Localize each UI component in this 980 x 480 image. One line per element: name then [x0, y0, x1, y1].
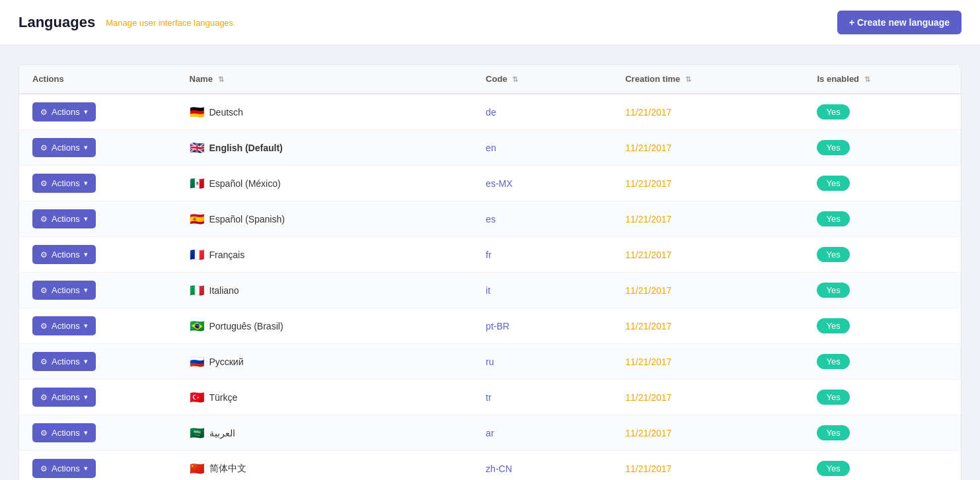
actions-cell: ⚙Actions▾ — [19, 273, 176, 308]
name-cell: 🇸🇦العربية — [176, 415, 473, 451]
main-content: Actions Name ⇅ Code ⇅ Creation time ⇅ — [0, 46, 980, 480]
chevron-down-icon: ▾ — [84, 464, 88, 473]
chevron-down-icon: ▾ — [84, 143, 88, 152]
page-header: Languages Manage user interface language… — [0, 0, 980, 46]
language-name: Español (México) — [209, 178, 281, 189]
col-header-enabled[interactable]: Is enabled ⇅ — [804, 65, 961, 94]
actions-cell: ⚙Actions▾ — [19, 451, 176, 481]
creation-time-cell: 11/21/2017 — [612, 415, 804, 451]
language-name: 简体中文 — [209, 463, 246, 475]
name-cell: 🇨🇳简体中文 — [176, 451, 473, 481]
actions-button[interactable]: ⚙Actions▾ — [32, 174, 96, 193]
enabled-cell: Yes — [804, 344, 961, 380]
creation-date: 11/21/2017 — [625, 285, 671, 296]
actions-button[interactable]: ⚙Actions▾ — [32, 245, 96, 264]
table-row: ⚙Actions▾🇧🇷Português (Brasil)pt-BR11/21/… — [19, 308, 961, 344]
enabled-badge: Yes — [817, 211, 849, 226]
languages-table-container: Actions Name ⇅ Code ⇅ Creation time ⇅ — [19, 64, 961, 480]
chevron-down-icon: ▾ — [84, 357, 88, 366]
enabled-cell: Yes — [804, 308, 961, 344]
code-cell: it — [472, 273, 612, 308]
actions-button[interactable]: ⚙Actions▾ — [32, 316, 96, 335]
enabled-badge: Yes — [817, 104, 849, 120]
enabled-cell: Yes — [804, 130, 961, 166]
enabled-badge: Yes — [817, 425, 849, 440]
language-name: Русский — [209, 357, 244, 367]
flag-icon: 🇮🇹 — [190, 283, 204, 298]
actions-cell: ⚙Actions▾ — [19, 237, 176, 273]
actions-button[interactable]: ⚙Actions▾ — [32, 423, 96, 442]
actions-button[interactable]: ⚙Actions▾ — [32, 102, 96, 121]
language-code: ar — [486, 428, 494, 438]
actions-cell: ⚙Actions▾ — [19, 166, 176, 201]
creation-time-cell: 11/21/2017 — [612, 130, 804, 166]
flag-icon: 🇷🇺 — [190, 355, 204, 369]
creation-time-cell: 11/21/2017 — [612, 380, 804, 415]
language-name: Français — [209, 250, 245, 260]
flag-icon: 🇪🇸 — [190, 212, 204, 226]
language-code: de — [486, 107, 496, 118]
gear-icon: ⚙ — [40, 143, 48, 153]
table-row: ⚙Actions▾🇮🇹Italianoit11/21/2017Yes — [19, 273, 961, 308]
gear-icon: ⚙ — [40, 108, 48, 117]
creation-time-cell: 11/21/2017 — [612, 166, 804, 201]
language-code: it — [486, 285, 490, 296]
create-language-button[interactable]: + Create new language — [837, 11, 961, 34]
actions-button[interactable]: ⚙Actions▾ — [32, 138, 96, 157]
gear-icon: ⚙ — [40, 179, 48, 188]
actions-button[interactable]: ⚙Actions▾ — [32, 352, 96, 371]
language-code: pt-BR — [486, 321, 509, 331]
flag-icon: 🇨🇳 — [190, 462, 204, 476]
name-sort-icon: ⇅ — [218, 75, 224, 84]
col-header-code[interactable]: Code ⇅ — [472, 65, 612, 94]
table-body: ⚙Actions▾🇩🇪Deutschde11/21/2017Yes⚙Action… — [19, 94, 961, 480]
name-cell: 🇮🇹Italiano — [176, 273, 473, 308]
actions-button[interactable]: ⚙Actions▾ — [32, 388, 96, 407]
table-row: ⚙Actions▾🇸🇦العربيةar11/21/2017Yes — [19, 415, 961, 451]
code-cell: ar — [472, 415, 612, 451]
language-code: es — [486, 214, 496, 224]
table-row: ⚙Actions▾🇪🇸Español (Spanish)es11/21/2017… — [19, 201, 961, 237]
language-name: Español (Spanish) — [209, 214, 285, 224]
enabled-cell: Yes — [804, 237, 961, 273]
gear-icon: ⚙ — [40, 393, 48, 402]
enabled-cell: Yes — [804, 94, 961, 130]
enabled-badge: Yes — [817, 461, 849, 476]
table-row: ⚙Actions▾🇨🇳简体中文zh-CN11/21/2017Yes — [19, 451, 961, 481]
enabled-badge: Yes — [817, 354, 849, 369]
col-header-creation[interactable]: Creation time ⇅ — [612, 65, 804, 94]
chevron-down-icon: ▾ — [84, 179, 88, 188]
actions-button[interactable]: ⚙Actions▾ — [32, 281, 96, 300]
code-cell: ru — [472, 344, 612, 380]
gear-icon: ⚙ — [40, 286, 48, 295]
creation-time-cell: 11/21/2017 — [612, 94, 804, 130]
enabled-badge: Yes — [817, 140, 849, 155]
language-name: Deutsch — [209, 107, 243, 118]
actions-cell: ⚙Actions▾ — [19, 130, 176, 166]
chevron-down-icon: ▾ — [84, 393, 88, 401]
flag-icon: 🇬🇧 — [190, 141, 204, 155]
chevron-down-icon: ▾ — [84, 286, 88, 294]
actions-button[interactable]: ⚙Actions▾ — [32, 459, 96, 478]
chevron-down-icon: ▾ — [84, 250, 88, 259]
enabled-badge: Yes — [817, 390, 849, 405]
enabled-cell: Yes — [804, 201, 961, 237]
language-code: es-MX — [486, 178, 512, 189]
language-name: English (Default) — [209, 143, 283, 153]
creation-date: 11/21/2017 — [625, 107, 671, 118]
actions-cell: ⚙Actions▾ — [19, 201, 176, 237]
table-row: ⚙Actions▾🇩🇪Deutschde11/21/2017Yes — [19, 94, 961, 130]
name-cell: 🇹🇷Türkçe — [176, 380, 473, 415]
flag-icon: 🇹🇷 — [190, 390, 204, 405]
actions-cell: ⚙Actions▾ — [19, 380, 176, 415]
col-header-name[interactable]: Name ⇅ — [176, 65, 473, 94]
language-name: العربية — [209, 428, 235, 438]
enabled-badge: Yes — [817, 176, 849, 191]
gear-icon: ⚙ — [40, 215, 48, 224]
language-name: Türkçe — [209, 392, 238, 403]
chevron-down-icon: ▾ — [84, 322, 88, 330]
actions-button[interactable]: ⚙Actions▾ — [32, 209, 96, 228]
code-cell: de — [472, 94, 612, 130]
name-cell: 🇪🇸Español (Spanish) — [176, 201, 473, 237]
flag-icon: 🇲🇽 — [190, 176, 204, 191]
